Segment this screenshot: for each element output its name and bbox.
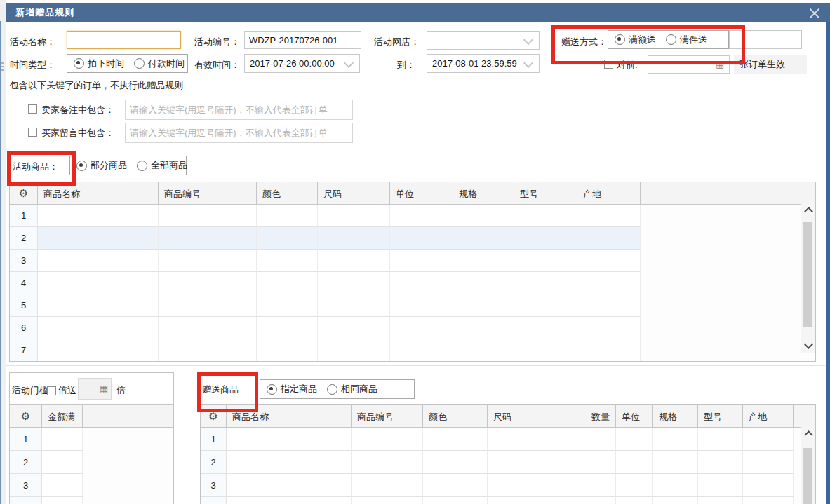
table-cell[interactable] xyxy=(653,428,698,451)
scroll-up-icon[interactable] xyxy=(804,430,813,440)
table-cell[interactable] xyxy=(227,451,352,474)
table-cell[interactable] xyxy=(577,205,641,227)
table-cell[interactable] xyxy=(159,294,257,317)
table-cell[interactable] xyxy=(38,339,159,362)
column-header[interactable]: 商品编号 xyxy=(352,405,423,427)
table-cell[interactable] xyxy=(577,317,641,339)
table-row[interactable]: 3 xyxy=(201,474,815,497)
table-cell[interactable] xyxy=(698,428,743,451)
before-checkbox[interactable] xyxy=(604,60,613,69)
table-cell[interactable] xyxy=(42,428,83,451)
table-cell[interactable] xyxy=(227,474,352,497)
table-cell[interactable] xyxy=(318,317,390,339)
table-cell[interactable] xyxy=(577,294,641,317)
column-header[interactable]: 商品名称 xyxy=(227,405,352,427)
activity-name-input[interactable] xyxy=(67,31,181,49)
table-cell[interactable] xyxy=(390,227,453,250)
table-cell[interactable] xyxy=(390,205,453,227)
gear-icon[interactable]: ⚙ xyxy=(10,182,38,204)
table-cell[interactable] xyxy=(227,428,352,451)
radio-selected-icon[interactable] xyxy=(76,161,87,171)
seller-memo-checkbox[interactable] xyxy=(28,104,37,114)
table-cell[interactable] xyxy=(318,250,390,272)
multiply-checkbox[interactable] xyxy=(47,386,56,395)
table-cell[interactable] xyxy=(318,205,390,227)
radio-selected-icon[interactable] xyxy=(74,58,84,69)
table-cell[interactable] xyxy=(159,339,257,362)
table-cell[interactable] xyxy=(42,451,83,474)
table-cell[interactable] xyxy=(159,250,257,272)
table-cell[interactable] xyxy=(42,497,83,504)
table-cell[interactable] xyxy=(38,317,159,339)
table-cell[interactable] xyxy=(514,227,577,250)
table-cell[interactable] xyxy=(390,272,453,294)
table-cell[interactable] xyxy=(556,451,616,474)
radio-option[interactable]: 全部商品 xyxy=(137,159,187,172)
gift-products-scrollbar[interactable] xyxy=(801,427,815,504)
table-row[interactable]: 2 xyxy=(10,451,173,474)
table-cell[interactable] xyxy=(423,497,488,504)
table-cell[interactable] xyxy=(556,428,616,451)
calendar-icon[interactable]: ▦ xyxy=(716,60,724,69)
table-cell[interactable] xyxy=(423,474,488,497)
table-cell[interactable] xyxy=(577,272,641,294)
table-row[interactable]: 4 xyxy=(201,497,815,504)
table-cell[interactable] xyxy=(514,294,577,317)
gift-mode-extra-input[interactable] xyxy=(729,30,802,49)
radio-icon[interactable] xyxy=(327,384,337,395)
gear-icon[interactable]: ⚙ xyxy=(10,405,42,427)
table-cell[interactable] xyxy=(488,497,556,504)
radio-option[interactable]: 部分商品 xyxy=(76,159,127,172)
activity-products-scrollbar[interactable] xyxy=(801,203,815,353)
column-header[interactable]: 尺码 xyxy=(318,182,390,204)
table-cell[interactable] xyxy=(514,272,577,294)
table-cell[interactable] xyxy=(257,250,318,272)
table-cell[interactable] xyxy=(514,317,577,339)
table-cell[interactable] xyxy=(38,205,159,227)
table-cell[interactable] xyxy=(743,497,794,504)
table-cell[interactable] xyxy=(743,474,794,497)
table-cell[interactable] xyxy=(488,428,556,451)
table-cell[interactable] xyxy=(159,317,257,339)
table-cell[interactable] xyxy=(453,250,514,272)
table-row[interactable]: 1 xyxy=(10,428,173,451)
table-row[interactable]: 4 xyxy=(10,497,173,504)
table-cell[interactable] xyxy=(453,205,514,227)
table-row[interactable]: 7 xyxy=(10,339,815,362)
table-cell[interactable] xyxy=(577,339,641,362)
table-row[interactable]: 4 xyxy=(10,272,815,294)
gear-icon[interactable]: ⚙ xyxy=(201,405,227,427)
table-cell[interactable] xyxy=(423,451,488,474)
table-cell[interactable] xyxy=(257,205,318,227)
table-cell[interactable] xyxy=(423,428,488,451)
column-header[interactable]: 型号 xyxy=(698,405,743,427)
valid-from-select[interactable]: 2017-07-26 00:00:00 xyxy=(244,54,360,73)
table-row[interactable]: 6 xyxy=(10,317,815,339)
shop-select[interactable] xyxy=(427,31,540,50)
table-cell[interactable] xyxy=(743,451,794,474)
table-cell[interactable] xyxy=(577,227,641,250)
column-header[interactable]: 商品编号 xyxy=(159,182,257,204)
column-header[interactable]: 产地 xyxy=(577,182,641,204)
table-cell[interactable] xyxy=(698,451,743,474)
radio-icon[interactable] xyxy=(666,34,676,45)
seller-memo-input[interactable] xyxy=(125,100,353,120)
table-row[interactable]: 5 xyxy=(10,294,815,317)
radio-selected-icon[interactable] xyxy=(615,34,625,45)
buyer-msg-checkbox[interactable] xyxy=(28,128,37,137)
table-row[interactable]: 1 xyxy=(201,428,815,451)
close-icon[interactable] xyxy=(806,5,823,22)
table-cell[interactable] xyxy=(453,294,514,317)
radio-selected-icon[interactable] xyxy=(267,384,277,395)
valid-to-select[interactable]: 2017-08-01 23:59:59 xyxy=(427,54,540,73)
table-cell[interactable] xyxy=(390,250,453,272)
table-cell[interactable] xyxy=(616,428,653,451)
table-cell[interactable] xyxy=(159,205,257,227)
buyer-msg-input[interactable] xyxy=(125,123,353,143)
table-cell[interactable] xyxy=(616,474,653,497)
table-cell[interactable] xyxy=(352,497,423,504)
table-cell[interactable] xyxy=(488,451,556,474)
table-cell[interactable] xyxy=(352,428,423,451)
table-cell[interactable] xyxy=(318,227,390,250)
table-cell[interactable] xyxy=(257,272,318,294)
